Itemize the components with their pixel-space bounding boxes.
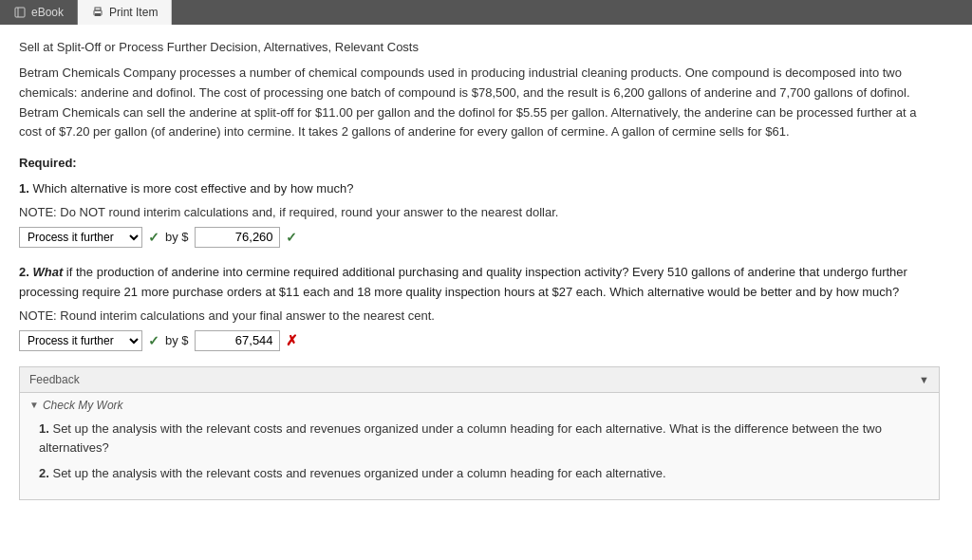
q2-what: What xyxy=(32,265,63,279)
q2-by-label: by $ xyxy=(165,333,189,347)
ebook-label: eBook xyxy=(31,6,64,19)
svg-rect-0 xyxy=(15,8,25,17)
q1-answer-row: Process it further Sell at split-off ✓ b… xyxy=(19,227,940,248)
question-2-text: 2. What if the production of anderine in… xyxy=(19,263,940,303)
feedback-item-2: 2. Set up the analysis with the relevant… xyxy=(39,464,920,484)
question-1-block: 1. Which alternative is more cost effect… xyxy=(19,179,940,248)
svg-rect-4 xyxy=(95,13,101,16)
top-bar: eBook Print Item xyxy=(0,0,972,25)
triangle-icon: ▼ xyxy=(29,400,39,410)
feedback-section: Feedback ▼ ▼ Check My Work 1. Set up the… xyxy=(19,366,940,500)
tab-ebook[interactable]: eBook xyxy=(0,0,78,25)
print-item-label: Print Item xyxy=(109,6,158,19)
check-my-work-label: Check My Work xyxy=(43,399,123,412)
q1-correct-icon: ✓ xyxy=(286,230,297,245)
fb-item-1-num: 1. xyxy=(39,421,49,436)
q2-answer-row: Process it further Sell at split-off ✓ b… xyxy=(19,330,940,351)
printer-icon xyxy=(91,6,104,19)
q1-number: 1. xyxy=(19,181,29,196)
q1-text: Which alternative is more cost effective… xyxy=(29,181,354,196)
q2-dropdown[interactable]: Process it further Sell at split-off xyxy=(19,330,142,351)
q1-check-icon: ✓ xyxy=(148,230,159,245)
q2-answer-input[interactable] xyxy=(195,330,280,351)
feedback-items: 1. Set up the analysis with the relevant… xyxy=(20,414,939,499)
feedback-item-1: 1. Set up the analysis with the relevant… xyxy=(39,420,920,459)
required-label: Required: xyxy=(19,156,940,170)
question-1-text: 1. Which alternative is more cost effect… xyxy=(19,179,940,199)
q1-answer-input[interactable] xyxy=(195,227,280,248)
fb-item-1-text: Set up the analysis with the relevant co… xyxy=(39,421,882,456)
q2-incorrect-icon: ✗ xyxy=(286,332,298,349)
q2-note: NOTE: Round interim calculations and you… xyxy=(19,308,940,323)
q1-by-label: by $ xyxy=(165,230,189,244)
q1-dropdown[interactable]: Process it further Sell at split-off xyxy=(19,227,142,248)
feedback-title: Feedback xyxy=(29,373,80,386)
question-2-block: 2. What if the production of anderine in… xyxy=(19,263,940,351)
book-icon xyxy=(13,6,27,19)
feedback-header: Feedback ▼ xyxy=(20,367,939,393)
main-content: Sell at Split-Off or Process Further Dec… xyxy=(0,25,959,515)
q2-text-part2: the production of anderine into cermine … xyxy=(19,265,907,299)
tab-print-item[interactable]: Print Item xyxy=(78,0,172,25)
check-my-work-row: ▼ Check My Work xyxy=(20,393,939,414)
q1-note: NOTE: Do NOT round interim calculations … xyxy=(19,205,940,219)
svg-rect-3 xyxy=(95,8,101,10)
q2-check-icon: ✓ xyxy=(148,333,159,348)
q2-text-part1: if xyxy=(63,265,72,279)
fb-item-2-text: Set up the analysis with the relevant co… xyxy=(49,466,666,480)
body-paragraph: Betram Chemicals Company processes a num… xyxy=(19,64,940,142)
section-title: Sell at Split-Off or Process Further Dec… xyxy=(19,40,940,54)
q2-number: 2. xyxy=(19,265,32,279)
fb-item-2-num: 2. xyxy=(39,466,49,480)
feedback-collapse-icon[interactable]: ▼ xyxy=(919,374,929,385)
